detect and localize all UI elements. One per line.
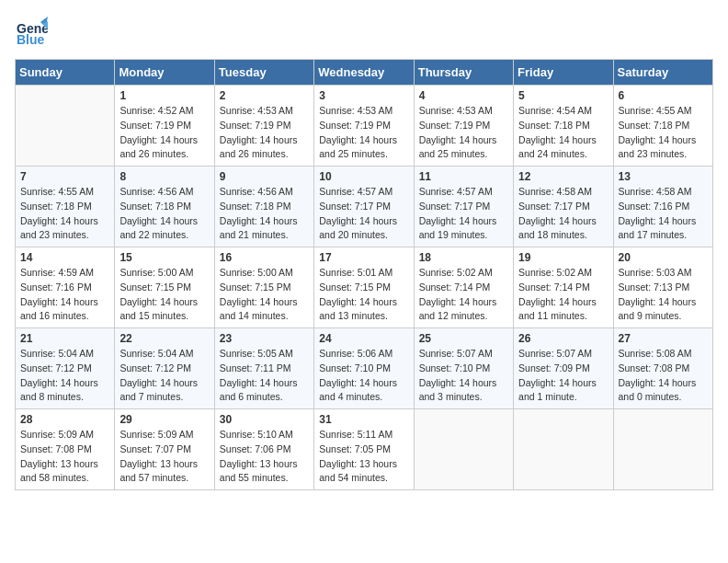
- day-number: 28: [20, 413, 109, 426]
- day-number: 4: [419, 89, 508, 102]
- calendar-cell: 15Sunrise: 5:00 AM Sunset: 7:15 PM Dayli…: [115, 247, 214, 328]
- calendar-week-row: 28Sunrise: 5:09 AM Sunset: 7:08 PM Dayli…: [16, 409, 713, 490]
- day-info: Sunrise: 5:05 AM Sunset: 7:11 PM Dayligh…: [220, 347, 309, 405]
- day-info: Sunrise: 4:58 AM Sunset: 7:17 PM Dayligh…: [518, 185, 608, 243]
- calendar-cell: 6Sunrise: 4:55 AM Sunset: 7:18 PM Daylig…: [613, 86, 712, 167]
- calendar-cell: 21Sunrise: 5:04 AM Sunset: 7:12 PM Dayli…: [16, 328, 115, 409]
- day-info: Sunrise: 5:09 AM Sunset: 7:07 PM Dayligh…: [119, 428, 209, 486]
- calendar-cell: 1Sunrise: 4:52 AM Sunset: 7:19 PM Daylig…: [115, 86, 214, 167]
- logo-icon: General Blue: [15, 15, 48, 52]
- day-number: 27: [619, 332, 708, 345]
- calendar-cell: 3Sunrise: 4:53 AM Sunset: 7:19 PM Daylig…: [314, 86, 414, 167]
- day-info: Sunrise: 4:59 AM Sunset: 7:16 PM Dayligh…: [20, 266, 109, 324]
- day-number: 10: [319, 170, 408, 183]
- day-number: 2: [220, 89, 309, 102]
- calendar-cell: [16, 86, 115, 167]
- calendar-cell: [613, 409, 712, 490]
- day-info: Sunrise: 5:02 AM Sunset: 7:14 PM Dayligh…: [518, 266, 608, 324]
- calendar-header-row: SundayMondayTuesdayWednesdayThursdayFrid…: [16, 60, 713, 86]
- day-number: 25: [419, 332, 508, 345]
- calendar-cell: 29Sunrise: 5:09 AM Sunset: 7:07 PM Dayli…: [115, 409, 214, 490]
- calendar-cell: 27Sunrise: 5:08 AM Sunset: 7:08 PM Dayli…: [613, 328, 712, 409]
- day-number: 31: [319, 413, 408, 426]
- calendar-cell: 31Sunrise: 5:11 AM Sunset: 7:05 PM Dayli…: [314, 409, 414, 490]
- day-info: Sunrise: 4:56 AM Sunset: 7:18 PM Dayligh…: [220, 185, 309, 243]
- day-info: Sunrise: 5:03 AM Sunset: 7:13 PM Dayligh…: [619, 266, 708, 324]
- calendar-cell: 13Sunrise: 4:58 AM Sunset: 7:16 PM Dayli…: [613, 167, 712, 247]
- calendar-cell: 5Sunrise: 4:54 AM Sunset: 7:18 PM Daylig…: [514, 86, 613, 167]
- day-number: 15: [119, 251, 209, 264]
- day-info: Sunrise: 5:02 AM Sunset: 7:14 PM Dayligh…: [419, 266, 508, 324]
- calendar-cell: 23Sunrise: 5:05 AM Sunset: 7:11 PM Dayli…: [214, 328, 313, 409]
- day-number: 8: [119, 170, 209, 183]
- day-info: Sunrise: 5:01 AM Sunset: 7:15 PM Dayligh…: [319, 266, 408, 324]
- logo: General Blue: [15, 15, 48, 52]
- day-info: Sunrise: 4:56 AM Sunset: 7:18 PM Dayligh…: [119, 185, 209, 243]
- svg-text:Blue: Blue: [17, 32, 45, 47]
- calendar-cell: 24Sunrise: 5:06 AM Sunset: 7:10 PM Dayli…: [314, 328, 414, 409]
- column-header-monday: Monday: [115, 60, 214, 86]
- day-number: 6: [619, 89, 708, 102]
- column-header-tuesday: Tuesday: [214, 60, 313, 86]
- day-info: Sunrise: 4:58 AM Sunset: 7:16 PM Dayligh…: [619, 185, 708, 243]
- calendar-week-row: 1Sunrise: 4:52 AM Sunset: 7:19 PM Daylig…: [16, 86, 713, 167]
- calendar-cell: 7Sunrise: 4:55 AM Sunset: 7:18 PM Daylig…: [16, 167, 115, 247]
- column-header-sunday: Sunday: [16, 60, 115, 86]
- calendar-cell: 12Sunrise: 4:58 AM Sunset: 7:17 PM Dayli…: [514, 167, 613, 247]
- day-number: 3: [319, 89, 408, 102]
- column-header-friday: Friday: [514, 60, 613, 86]
- day-info: Sunrise: 5:06 AM Sunset: 7:10 PM Dayligh…: [319, 347, 408, 405]
- calendar-cell: 26Sunrise: 5:07 AM Sunset: 7:09 PM Dayli…: [514, 328, 613, 409]
- calendar-cell: [514, 409, 613, 490]
- day-number: 13: [619, 170, 708, 183]
- day-number: 19: [518, 251, 608, 264]
- calendar-cell: 16Sunrise: 5:00 AM Sunset: 7:15 PM Dayli…: [214, 247, 313, 328]
- day-number: 11: [419, 170, 508, 183]
- day-info: Sunrise: 4:54 AM Sunset: 7:18 PM Dayligh…: [518, 104, 608, 162]
- day-info: Sunrise: 4:55 AM Sunset: 7:18 PM Dayligh…: [20, 185, 109, 243]
- day-number: 20: [619, 251, 708, 264]
- day-number: 14: [20, 251, 109, 264]
- calendar-week-row: 21Sunrise: 5:04 AM Sunset: 7:12 PM Dayli…: [16, 328, 713, 409]
- calendar-cell: 2Sunrise: 4:53 AM Sunset: 7:19 PM Daylig…: [214, 86, 313, 167]
- day-info: Sunrise: 4:57 AM Sunset: 7:17 PM Dayligh…: [419, 185, 508, 243]
- day-info: Sunrise: 4:53 AM Sunset: 7:19 PM Dayligh…: [220, 104, 309, 162]
- day-number: 18: [419, 251, 508, 264]
- day-number: 24: [319, 332, 408, 345]
- day-number: 21: [20, 332, 109, 345]
- day-info: Sunrise: 4:53 AM Sunset: 7:19 PM Dayligh…: [319, 104, 408, 162]
- day-number: 22: [119, 332, 209, 345]
- day-info: Sunrise: 5:07 AM Sunset: 7:09 PM Dayligh…: [518, 347, 608, 405]
- day-number: 5: [518, 89, 608, 102]
- calendar-cell: [414, 409, 513, 490]
- calendar-cell: 11Sunrise: 4:57 AM Sunset: 7:17 PM Dayli…: [414, 167, 513, 247]
- column-header-thursday: Thursday: [414, 60, 513, 86]
- day-number: 7: [20, 170, 109, 183]
- day-info: Sunrise: 5:00 AM Sunset: 7:15 PM Dayligh…: [119, 266, 209, 324]
- day-number: 12: [518, 170, 608, 183]
- calendar-cell: 8Sunrise: 4:56 AM Sunset: 7:18 PM Daylig…: [115, 167, 214, 247]
- day-info: Sunrise: 4:52 AM Sunset: 7:19 PM Dayligh…: [119, 104, 209, 162]
- day-number: 30: [220, 413, 309, 426]
- calendar-cell: 30Sunrise: 5:10 AM Sunset: 7:06 PM Dayli…: [214, 409, 313, 490]
- day-info: Sunrise: 5:09 AM Sunset: 7:08 PM Dayligh…: [20, 428, 109, 486]
- calendar-table: SundayMondayTuesdayWednesdayThursdayFrid…: [15, 59, 713, 490]
- day-info: Sunrise: 5:11 AM Sunset: 7:05 PM Dayligh…: [319, 428, 408, 486]
- calendar-cell: 20Sunrise: 5:03 AM Sunset: 7:13 PM Dayli…: [613, 247, 712, 328]
- day-number: 1: [119, 89, 209, 102]
- day-info: Sunrise: 5:10 AM Sunset: 7:06 PM Dayligh…: [220, 428, 309, 486]
- day-info: Sunrise: 4:57 AM Sunset: 7:17 PM Dayligh…: [319, 185, 408, 243]
- calendar-cell: 22Sunrise: 5:04 AM Sunset: 7:12 PM Dayli…: [115, 328, 214, 409]
- day-number: 23: [220, 332, 309, 345]
- calendar-cell: 25Sunrise: 5:07 AM Sunset: 7:10 PM Dayli…: [414, 328, 513, 409]
- calendar-cell: 19Sunrise: 5:02 AM Sunset: 7:14 PM Dayli…: [514, 247, 613, 328]
- day-info: Sunrise: 5:04 AM Sunset: 7:12 PM Dayligh…: [119, 347, 209, 405]
- calendar-cell: 18Sunrise: 5:02 AM Sunset: 7:14 PM Dayli…: [414, 247, 513, 328]
- day-info: Sunrise: 5:04 AM Sunset: 7:12 PM Dayligh…: [20, 347, 109, 405]
- day-info: Sunrise: 4:55 AM Sunset: 7:18 PM Dayligh…: [619, 104, 708, 162]
- calendar-week-row: 7Sunrise: 4:55 AM Sunset: 7:18 PM Daylig…: [16, 167, 713, 247]
- day-number: 29: [119, 413, 209, 426]
- calendar-cell: 17Sunrise: 5:01 AM Sunset: 7:15 PM Dayli…: [314, 247, 414, 328]
- day-info: Sunrise: 5:08 AM Sunset: 7:08 PM Dayligh…: [619, 347, 708, 405]
- calendar-cell: 4Sunrise: 4:53 AM Sunset: 7:19 PM Daylig…: [414, 86, 513, 167]
